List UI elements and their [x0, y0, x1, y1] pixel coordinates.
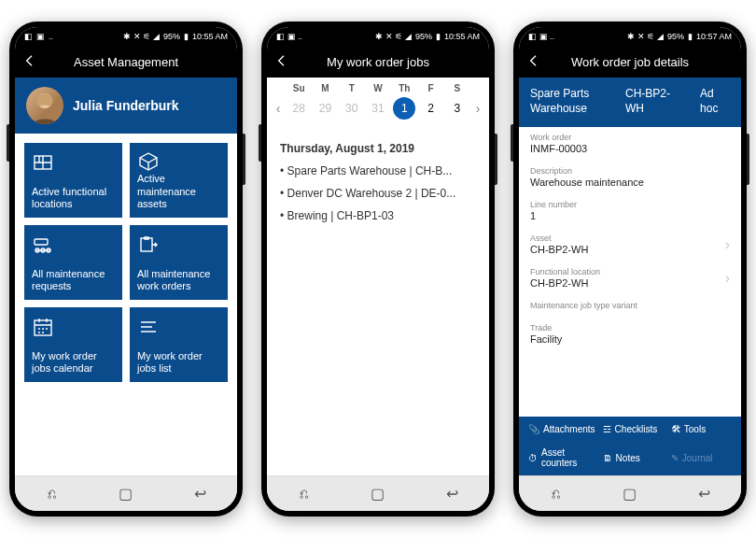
battery-label: 95% [415, 32, 432, 41]
calendar-day[interactable]: 3 [444, 102, 470, 115]
recent-apps-button[interactable]: ⎌ [294, 488, 315, 501]
back-button[interactable] [274, 53, 293, 71]
summary-asset: CH-BP2-WH [625, 87, 679, 116]
tile-active-maintenance-assets[interactable]: Active maintenance assets [130, 143, 228, 218]
status-bar: ◧ ▣ .. ✱ ✕ ⚟ ◢ 95% ▮ 10:57 AM [519, 27, 741, 46]
cube-icon [137, 150, 220, 173]
field-job-type-variant: Maintenance job type variant [519, 295, 741, 318]
user-name: Julia Funderburk [73, 98, 179, 113]
svg-rect-6 [141, 238, 152, 251]
list-icon [137, 315, 220, 339]
toolbar-journal[interactable]: ✎Journal [667, 446, 735, 470]
field-line-number: Line number 1 [519, 194, 741, 228]
tile-label: All maintenance work orders [137, 268, 220, 292]
recent-apps-button[interactable]: ⎌ [546, 488, 567, 501]
status-bar: ◧ ▣ .. ✱ ✕ ⚟ ◢ 95% ▮ 10:55 AM [15, 27, 237, 46]
app-bar: Work order job details [519, 46, 741, 78]
tile-my-work-order-jobs-calendar[interactable]: My work order jobs calendar [24, 307, 122, 382]
status-bar: ◧ ▣ .. ✱ ✕ ⚟ ◢ 95% ▮ 10:55 AM [267, 27, 489, 46]
counter-icon: ⏱ [528, 453, 538, 463]
phone-work-order-jobs: ◧ ▣ .. ✱ ✕ ⚟ ◢ 95% ▮ 10:55 AM My work or… [261, 21, 495, 517]
clock: 10:57 AM [696, 32, 732, 41]
page-title: Work order job details [545, 55, 734, 69]
app-bar: Asset Management [15, 46, 237, 78]
day-label: T [339, 83, 365, 93]
android-navbar: ⎌ ▢ ↩ [267, 475, 489, 511]
toolbar-asset-counters[interactable]: ⏱Asset counters [525, 446, 599, 470]
day-label: W [365, 83, 391, 93]
field-description: Description Warehouse maintenance [519, 161, 741, 194]
details-list: Work order INMF-00003 Description Wareho… [519, 127, 741, 417]
toolbar-checklists[interactable]: ☲Checklists [599, 422, 667, 436]
home-button[interactable]: ▢ [620, 488, 640, 501]
back-button[interactable] [22, 53, 41, 71]
agenda-item[interactable]: Spare Parts Warehouse | CH-B... [280, 164, 476, 177]
nav-back-button[interactable]: ↩ [441, 488, 462, 501]
toolbar-tools[interactable]: 🛠Tools [667, 422, 735, 436]
calendar-day[interactable]: 29 [312, 102, 338, 115]
field-asset[interactable]: Asset CH-BP2-WH [519, 228, 741, 262]
calendar-strip: Su M T W Th F S ‹ 28 29 30 31 1 2 [267, 78, 489, 133]
summary-location: Spare Parts Warehouse [530, 87, 605, 116]
prev-week-button[interactable]: ‹ [271, 101, 286, 116]
calendar-day[interactable]: 2 [417, 102, 443, 115]
tile-all-maintenance-requests[interactable]: All maintenance requests [24, 225, 122, 300]
calendar-icon [32, 315, 115, 339]
phone-work-order-job-details: ◧ ▣ .. ✱ ✕ ⚟ ◢ 95% ▮ 10:57 AM Work order… [513, 21, 747, 517]
clipboard-arrow-icon [137, 233, 220, 257]
avatar [26, 87, 63, 124]
day-label: S [444, 83, 470, 93]
nav-back-button[interactable]: ↩ [693, 488, 714, 501]
clock: 10:55 AM [444, 32, 480, 41]
home-button[interactable]: ▢ [368, 488, 388, 501]
phone-asset-management: ◧ ▣ .. ✱ ✕ ⚟ ◢ 95% ▮ 10:55 AM Asset Mana… [9, 21, 243, 517]
day-label: M [312, 83, 338, 93]
profile-header: Julia Funderburk [15, 78, 237, 134]
day-label: F [417, 83, 443, 93]
tile-label: My work order jobs list [137, 350, 220, 375]
toolbar-attachments[interactable]: 📎Attachments [525, 422, 599, 436]
toolbar-notes[interactable]: 🗎Notes [599, 446, 667, 470]
calendar-day[interactable]: 28 [286, 102, 312, 115]
tile-label: All maintenance requests [32, 268, 115, 292]
tile-label: Active maintenance assets [137, 173, 220, 210]
location-grid-icon [32, 150, 115, 175]
tile-active-functional-locations[interactable]: Active functional locations [24, 143, 122, 218]
back-button[interactable] [526, 53, 545, 71]
tile-label: My work order jobs calendar [32, 350, 115, 375]
summary-type: Ad hoc [700, 87, 730, 116]
checklist-icon: ☲ [603, 424, 611, 434]
field-functional-location[interactable]: Functional location CH-BP2-WH [519, 262, 741, 295]
calendar-day-selected[interactable]: 1 [391, 97, 417, 120]
agenda-item[interactable]: Brewing | CH-BP1-03 [280, 209, 476, 222]
calendar-day[interactable]: 30 [339, 102, 365, 115]
calendar-day[interactable]: 31 [365, 102, 391, 115]
home-button[interactable]: ▢ [116, 488, 136, 501]
tools-icon: 🛠 [671, 424, 680, 434]
paperclip-icon: 📎 [528, 424, 539, 434]
agenda-item[interactable]: Denver DC Warehouse 2 | DE-0... [280, 187, 476, 200]
day-label: Su [286, 83, 312, 93]
tile-my-work-order-jobs-list[interactable]: My work order jobs list [130, 307, 228, 382]
conveyor-icon [32, 233, 115, 257]
android-navbar: ⎌ ▢ ↩ [15, 475, 237, 511]
field-work-order: Work order INMF-00003 [519, 127, 741, 161]
clock: 10:55 AM [192, 32, 228, 41]
nav-back-button[interactable]: ↩ [189, 488, 210, 501]
tile-all-maintenance-work-orders[interactable]: All maintenance work orders [130, 225, 228, 300]
android-navbar: ⎌ ▢ ↩ [519, 475, 741, 511]
header-summary: Spare Parts Warehouse CH-BP2-WH Ad hoc [519, 78, 741, 127]
notif-icon: ◧ [24, 32, 33, 41]
next-week-button[interactable]: › [470, 101, 485, 116]
recent-apps-button[interactable]: ⎌ [42, 488, 63, 501]
tile-grid: Active functional locations Active maint… [15, 134, 237, 475]
agenda-date-heading: Thursday, August 1, 2019 [280, 142, 476, 155]
bottom-toolbar: 📎Attachments ☲Checklists 🛠Tools ⏱Asset c… [519, 417, 741, 475]
page-title: My work order jobs [293, 55, 482, 69]
battery-label: 95% [667, 32, 684, 41]
day-label: Th [391, 83, 417, 93]
app-bar: My work order jobs [267, 46, 489, 78]
battery-label: 95% [163, 32, 180, 41]
page-title: Asset Management [41, 55, 230, 69]
notif-icon: ▣ [36, 32, 45, 41]
